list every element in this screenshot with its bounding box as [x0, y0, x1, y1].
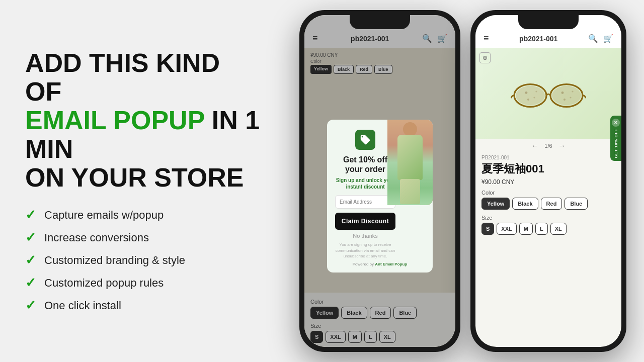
popup-card: ✕	[327, 120, 433, 273]
svg-point-1	[516, 86, 545, 105]
next-arrow[interactable]: →	[558, 142, 566, 150]
checkmark-icon: ✓	[25, 275, 36, 291]
phone-2: ≡ pb2021-001 🔍 🛒 ⊕	[470, 10, 626, 352]
checkmark-icon: ✓	[25, 252, 36, 268]
size-xl-2[interactable]: XL	[550, 223, 567, 235]
feature-text: Increase conversions	[44, 231, 149, 244]
model-figure	[387, 120, 433, 205]
popup-content-left: Get 10% off your order Sign up and unloc…	[335, 130, 395, 259]
feature-text: Customized branding & style	[44, 254, 185, 267]
svg-point-9	[570, 97, 571, 98]
header-icons-2: 🔍 🛒	[588, 34, 613, 43]
popup-overlay: ✕	[304, 15, 455, 347]
popup-subtext: Sign up and unlock your instant discount	[335, 177, 395, 190]
svg-point-5	[533, 97, 535, 98]
size-m-2[interactable]: M	[519, 223, 533, 235]
popup-cta-button[interactable]: Claim Discount	[335, 213, 395, 230]
svg-point-6	[527, 99, 529, 101]
feature-item: ✓ Capture emails w/popup	[25, 207, 262, 223]
phone-2-title: pb2021-001	[519, 35, 557, 43]
zoom-icon[interactable]: ⊕	[479, 52, 491, 63]
phone-1-notch	[350, 15, 410, 29]
svg-point-4	[525, 92, 528, 94]
feature-text: Customized popup rules	[44, 277, 164, 290]
svg-point-7	[535, 90, 537, 92]
color-red-2[interactable]: Red	[541, 198, 562, 210]
popup-disclaimer: You are signing up to receive communicat…	[335, 242, 395, 259]
checkmark-icon: ✓	[25, 298, 36, 313]
size-l-2[interactable]: L	[535, 223, 548, 235]
popup-heading: Get 10% off your order	[335, 155, 395, 174]
feature-item: ✓ Increase conversions	[25, 230, 262, 245]
feature-item: ✓ One click install	[25, 298, 262, 313]
cart-icon-2[interactable]: 🛒	[603, 34, 613, 43]
headline-line3: ON YOUR STORE	[25, 163, 262, 192]
feature-list: ✓ Capture emails w/popup ✓ Increase conv…	[25, 207, 262, 313]
feature-item: ✓ Customized branding & style	[25, 252, 262, 268]
search-icon-2[interactable]: 🔍	[588, 34, 598, 43]
size-s-2[interactable]: S	[481, 223, 494, 235]
prev-arrow[interactable]: ←	[531, 142, 538, 150]
color-black-2[interactable]: Black	[512, 198, 538, 210]
product-nav: ← 1/6 →	[475, 139, 621, 153]
product-image-area: ⊕	[475, 48, 621, 139]
size-buttons-2: S XXL M L XL	[481, 223, 615, 235]
ant-email-popup-link[interactable]: Ant Email Popup	[375, 262, 407, 266]
right-panel: ≡ pb2021-001 🔍 🛒 ¥90.00 CNY Color Yellow…	[282, 0, 644, 362]
tag-icon	[355, 130, 375, 150]
product-sku: PB2021-001	[475, 155, 621, 160]
headline-green: EMAIL POPUP	[25, 106, 204, 135]
phone-1: ≡ pb2021-001 🔍 🛒 ¥90.00 CNY Color Yellow…	[299, 10, 460, 352]
svg-point-8	[561, 92, 564, 94]
phone-2-notch	[518, 15, 579, 29]
headline: ADD THIS KIND OF EMAIL POPUP IN 1 MIN ON…	[25, 49, 262, 193]
size-xxl-2[interactable]: XXL	[497, 223, 516, 235]
get-discount-tab[interactable]: ✕ GET 10% OFF	[610, 116, 621, 161]
image-counter: 1/6	[544, 143, 552, 149]
svg-point-10	[564, 99, 566, 101]
menu-icon-2[interactable]: ≡	[484, 33, 489, 44]
popup-no-thanks[interactable]: No thanks	[335, 233, 395, 239]
checkmark-icon: ✓	[25, 230, 36, 245]
product-price: ¥90.00 CNY	[475, 177, 621, 187]
feature-text: One click install	[44, 299, 121, 312]
color-buttons-2: Yellow Black Red Blue	[481, 198, 615, 210]
phone-2-screen: ≡ pb2021-001 🔍 🛒 ⊕	[475, 15, 621, 347]
checkmark-icon: ✓	[25, 207, 36, 223]
popup-email-input[interactable]	[335, 195, 395, 209]
tab-text: GET 10% OFF	[614, 129, 618, 158]
headline-line1: ADD THIS KIND OF	[25, 49, 262, 106]
product-title: 夏季短袖001	[475, 160, 621, 177]
left-panel: ADD THIS KIND OF EMAIL POPUP IN 1 MIN ON…	[0, 0, 282, 362]
color-yellow-2[interactable]: Yellow	[481, 198, 510, 210]
svg-point-3	[552, 86, 581, 105]
svg-point-11	[572, 90, 573, 92]
feature-item: ✓ Customized popup rules	[25, 275, 262, 291]
popup-model-image	[387, 120, 433, 205]
feature-text: Capture emails w/popup	[44, 209, 164, 222]
headline-line2: EMAIL POPUP IN 1 MIN	[25, 106, 262, 163]
tab-close-icon[interactable]: ✕	[612, 119, 620, 127]
color-section-2: Color Yellow Black Red Blue	[475, 187, 621, 213]
phone-1-screen: ≡ pb2021-001 🔍 🛒 ¥90.00 CNY Color Yellow…	[304, 15, 455, 347]
glasses-image	[508, 73, 589, 114]
size-section-2: Size S XXL M L XL	[475, 213, 621, 237]
color-blue-2[interactable]: Blue	[565, 198, 588, 210]
popup-powered-by: Powered by Ant Email Popup	[335, 262, 425, 266]
